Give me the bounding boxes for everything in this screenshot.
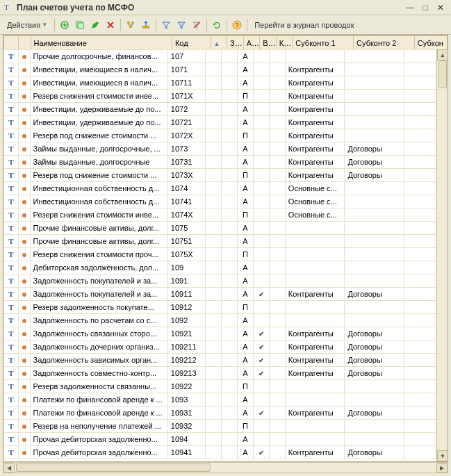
table-row[interactable]: TЗаймы выданные, долгосрочные10731АКонтр… [4, 156, 436, 169]
col-marker-header[interactable] [19, 36, 31, 50]
marker-dot-icon [22, 279, 26, 284]
vertical-scrollbar[interactable]: ▲ ▼ [436, 49, 448, 461]
table-row[interactable]: TПрочая дебиторская задолженно...10941А✔… [4, 446, 436, 459]
col-code-header[interactable]: Код [172, 36, 211, 50]
cell-code: 1093 [167, 393, 205, 407]
table-row[interactable]: TЗадолженность связанных сторо...10921А✔… [4, 327, 436, 340]
col-sort-header[interactable]: ▲ [211, 36, 227, 50]
table-row[interactable]: TИнвестиции, удерживаемые до по...1072АК… [4, 103, 436, 116]
scroll-up-button[interactable]: ▲ [437, 49, 448, 60]
table-row[interactable]: TЗадолженность зависимых орган...109212А… [4, 354, 436, 367]
cell-code: 10922 [167, 380, 205, 393]
filter2-button[interactable] [174, 18, 188, 32]
cell-type: П [238, 420, 254, 433]
refresh-button[interactable] [210, 18, 224, 32]
marker-dot-icon [22, 147, 26, 151]
hierarchy-button[interactable] [124, 18, 138, 32]
scroll-down-button[interactable]: ▼ [437, 450, 448, 461]
scroll-right-button[interactable]: ▶ [436, 463, 448, 473]
cell-code: 1071X [167, 90, 205, 103]
cell-code: 10941 [167, 446, 205, 459]
marker-dot-icon [22, 372, 26, 376]
table-row[interactable]: TРезерв на неполучение платежей ...10932… [4, 420, 436, 433]
cell-sub2 [345, 393, 404, 407]
col-sub2-header[interactable]: Субконто 2 [354, 36, 415, 50]
cell-sub1 [285, 248, 345, 261]
table-row[interactable]: TЗадолженность по расчетам со с...1092А [4, 314, 436, 327]
cell-type: А [238, 63, 254, 76]
table-row[interactable]: TПлатежи по финансовой аренде к ...10931… [4, 407, 436, 420]
marker-dot-icon [22, 266, 26, 270]
table-row[interactable]: TРезерв задолженность покупате...10912П [4, 301, 436, 314]
hscroll-thumb[interactable] [16, 463, 211, 472]
table-row[interactable]: TРезерв снижения стоимости проч...1075XП [4, 248, 436, 261]
table-row[interactable]: TИнвестиции, имеющиеся в налич...1071АКо… [4, 63, 436, 76]
table-row[interactable]: TИнвестиции, имеющиеся в налич...10711АК… [4, 76, 436, 90]
cell-sub2: Договоры [345, 169, 404, 182]
scroll-thumb[interactable] [438, 60, 447, 88]
close-button[interactable]: ✕ [434, 2, 447, 13]
delete-button[interactable] [104, 18, 117, 32]
cell-check [253, 208, 269, 222]
filter1-button[interactable] [159, 18, 173, 32]
cell-check [253, 76, 269, 90]
move-button[interactable] [139, 18, 153, 32]
actions-menu[interactable]: Действия ▼ [3, 19, 51, 31]
marker-dot-icon [22, 345, 26, 350]
col-icon-header[interactable] [4, 36, 19, 50]
table-row[interactable]: TРезерв под снижение стоимости ...1072XП… [4, 129, 436, 142]
cell-sub2 [345, 314, 404, 327]
col-a-header[interactable]: А... [243, 36, 260, 50]
col-sub1-header[interactable]: Субконто 1 [293, 36, 354, 50]
table-row[interactable]: TПрочая дебиторская задолженно...1094А [4, 433, 436, 446]
table-row[interactable]: TДебиторская задолженность, дол...109А [4, 261, 436, 274]
col-name-header[interactable]: Наименование [31, 36, 172, 50]
cell-sub1 [285, 314, 345, 327]
table-row[interactable]: TРезерв снижения стоимости инве...1071XП… [4, 90, 436, 103]
cell-name: Займы выданные, долгосрочные, ... [30, 142, 167, 156]
col-k-header[interactable]: К... [276, 36, 293, 50]
minimize-button[interactable]: — [404, 2, 416, 13]
copy-button[interactable] [73, 18, 87, 32]
table-row[interactable]: TИнвестиции, удерживаемые до по...10721А… [4, 116, 436, 129]
add-button[interactable] [58, 18, 72, 32]
scroll-left-button[interactable]: ◀ [3, 463, 15, 473]
marker-dot-icon [22, 161, 26, 165]
horizontal-scrollbar[interactable]: ◀ ▶ [3, 462, 448, 473]
table-row[interactable]: TРезерв под снижение стоимости ...1073XП… [4, 169, 436, 182]
cell-type: А [238, 261, 254, 274]
cell-code: 1072 [167, 103, 205, 116]
help-button[interactable]: ? [230, 18, 244, 32]
table-row[interactable]: TЗадолженность совместно-контр...109213А… [4, 367, 436, 380]
table-row[interactable]: TПрочие финансовые активы, долг...1075А [4, 222, 436, 235]
maximize-button[interactable]: □ [419, 2, 432, 13]
marker-dot-icon [22, 253, 26, 257]
table-row[interactable]: TЗадолженность дочерних организ...109211… [4, 340, 436, 354]
table-row[interactable]: TЗаймы выданные, долгосрочные, ...1073АК… [4, 142, 436, 156]
accounts-grid[interactable]: Наименование Код ▲ З... А... В... К... С… [3, 35, 448, 461]
table-row[interactable]: TПлатежи по финансовой аренде к ...1093А [4, 393, 436, 407]
table-row[interactable]: TРезерв задолженности связанны...10922П [4, 380, 436, 393]
table-row[interactable]: TЗадолженность покупателей и за...10911А… [4, 288, 436, 301]
table-row[interactable]: TИнвестиционная собственность д...10741А… [4, 195, 436, 208]
table-row[interactable]: TРезерв снижения стоимости инве...1074XП… [4, 208, 436, 222]
col-v-header[interactable]: В... [260, 36, 277, 50]
cell-type: А [238, 76, 254, 90]
marker-dot-icon [22, 134, 26, 138]
cell-code: 1074 [167, 182, 205, 195]
table-row[interactable]: TПрочие финансовые активы, долг...10751А [4, 235, 436, 248]
journal-link[interactable]: Перейти в журнал проводок [250, 19, 358, 31]
marker-dot-icon [22, 108, 26, 112]
table-row[interactable]: TПрочие долгосрочные, финансов...107А [4, 50, 436, 63]
grid-body[interactable]: TПрочие долгосрочные, финансов...107АTИн… [3, 49, 436, 461]
cell-sub2 [345, 195, 404, 208]
filter-off-button[interactable] [190, 18, 204, 32]
cell-sub2: Договоры [345, 340, 404, 354]
table-row[interactable]: TИнвестиционная собственность д...1074АО… [4, 182, 436, 195]
table-row[interactable]: TЗадолженность покупателей и за...1091А [4, 274, 436, 288]
cell-name: Прочая дебиторская задолженно... [30, 446, 167, 459]
cell-type: А [238, 393, 254, 407]
edit-button[interactable] [88, 18, 102, 32]
col-sub3-header[interactable]: Субкон [414, 36, 447, 50]
col-z-header[interactable]: З... [227, 36, 244, 50]
